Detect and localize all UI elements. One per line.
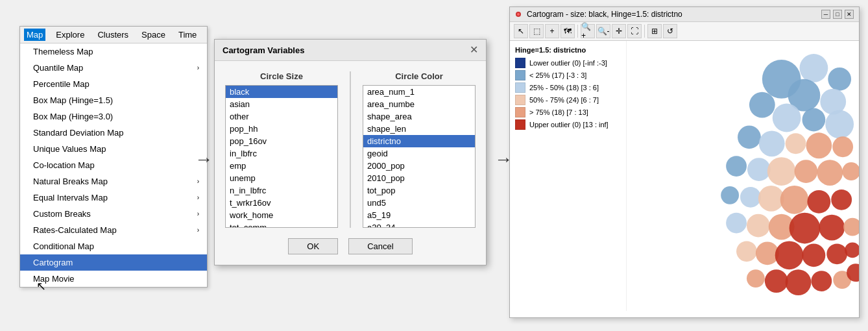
menu-item-equal[interactable]: Equal Intervals Map› [20,190,207,206]
listbox-item-in_lbfrc[interactable]: in_lbfrc [226,147,337,160]
map-content: Hinge=1.5: districtno Lower outlier (0) … [510,41,859,311]
toolbar-zoom-in[interactable]: 🔍+ [581,24,595,38]
menu-item-custom[interactable]: Custom Breaks› [20,206,207,222]
menu-clusters[interactable]: Clusters [95,29,131,41]
map-titlebar: Cartogram - size: black, Hinge=1.5: dist… [510,7,859,22]
svg-point-39 [747,269,765,288]
svg-point-33 [843,218,859,236]
listbox-item-2010_pop[interactable]: 2010_pop [363,172,475,184]
cartogram-dialog: Cartogram Variables ✕ Circle Size black … [214,39,487,265]
listbox-item-t_wrkr16ov[interactable]: t_wrkr16ov [226,197,337,209]
menu-item-unique[interactable]: Unique Values Map [20,141,207,157]
close-button[interactable]: ✕ [845,10,854,19]
menu-item-box15[interactable]: Box Map (Hinge=1.5) [20,92,207,108]
menu-item-natural[interactable]: Natural Breaks Map› [20,173,207,190]
dialog-close-button[interactable]: ✕ [470,45,478,55]
toolbar-map[interactable]: 🗺 [561,24,575,38]
legend-label-3: 50% - 75% (24) [6 : 7] [529,96,599,104]
toolbar-arrow[interactable]: ↖ [514,24,528,38]
svg-point-24 [758,186,784,212]
svg-point-9 [802,108,825,132]
listbox-item-unemp[interactable]: unemp [226,172,337,184]
menu-top-bar: Map Explore Clusters Space Time [20,27,207,43]
listbox-item-shape_area[interactable]: shape_area [363,110,475,123]
menu-item-rates[interactable]: Rates-Calculated Map› [20,222,207,238]
menu-time[interactable]: Time [176,29,199,41]
circle-size-listbox[interactable]: black asian other pop_hh pop_16ov in_lbf… [225,85,338,228]
listbox-item-pop_hh[interactable]: pop_hh [226,123,337,135]
legend-item-4: > 75% (18) [7 : 13] [515,107,621,117]
menu-item-movie[interactable]: Map Movie [20,271,207,287]
svg-point-7 [749,92,775,118]
first-arrow: → [195,149,213,170]
map-legend: Hinge=1.5: districtno Lower outlier (0) … [510,41,627,311]
dialog-buttons: OK Cancel [225,238,476,254]
toolbar-select[interactable]: ⬚ [529,24,544,38]
svg-point-12 [759,130,785,156]
svg-point-13 [786,133,806,154]
listbox-item-tot_comm[interactable]: tot_comm [226,221,337,228]
svg-point-37 [802,243,825,267]
menu-item-cartogram[interactable]: Cartogram [20,254,207,271]
maximize-button[interactable]: □ [833,10,842,19]
listbox-item-a5_19[interactable]: a5_19 [363,209,475,221]
listbox-item-black[interactable]: black [226,86,337,98]
svg-point-14 [806,132,832,158]
legend-label-0: Lower outlier (0) [-inf :-3] [529,59,607,67]
map-title-left: Cartogram - size: black, Hinge=1.5: dist… [515,10,682,19]
listbox-item-emp[interactable]: emp [226,160,337,172]
circle-size-col: Circle Size black asian other pop_hh pop… [225,71,338,228]
toolbar-refresh[interactable]: ↺ [663,24,677,38]
svg-point-42 [811,271,832,291]
menu-item-box30[interactable]: Box Map (Hinge=3.0) [20,108,207,125]
listbox-item-geoid[interactable]: geoid [363,147,475,160]
dialog-title: Cartogram Variables [223,45,304,55]
toolbar-add[interactable]: + [545,24,559,38]
svg-point-19 [795,160,818,183]
listbox-item-und5[interactable]: und5 [363,197,475,209]
legend-item-2: 25% - 50% (18) [3 : 6] [515,82,621,93]
listbox-item-a20_34[interactable]: a20_34 [363,221,475,228]
svg-point-10 [825,110,854,139]
listbox-item-shape_len[interactable]: shape_len [363,123,475,135]
listbox-item-2000_pop[interactable]: 2000_pop [363,160,475,172]
menu-explore[interactable]: Explore [53,29,87,41]
listbox-item-other[interactable]: other [226,110,337,123]
svg-point-18 [767,157,796,186]
toolbar-grid[interactable]: ⊞ [647,24,662,38]
circle-color-label: Circle Color [363,71,476,81]
listbox-item-area_num_1[interactable]: area_num_1 [363,86,475,98]
menu-map[interactable]: Map [24,29,45,41]
listbox-item-work_home[interactable]: work_home [226,209,337,221]
menu-item-stddev[interactable]: Standard Deviation Map [20,125,207,141]
listbox-item-n_in_lbfrc[interactable]: n_in_lbfrc [226,184,337,197]
listbox-item-asian[interactable]: asian [226,98,337,110]
cancel-button[interactable]: Cancel [348,238,412,254]
legend-item-1: < 25% (17) [-3 : 3] [515,70,621,80]
legend-item-5: Upper outlier (0) [13 : inf] [515,119,621,130]
legend-swatch-1 [515,70,525,80]
toolbar-pan[interactable]: ✛ [612,24,626,38]
menu-space[interactable]: Space [139,29,168,41]
menu-item-percentile[interactable]: Percentile Map [20,76,207,92]
menu-item-colocation[interactable]: Co-location Map [20,157,207,173]
toolbar-fullscreen[interactable]: ⛶ [627,24,642,38]
listbox-item-districtno[interactable]: districtno [363,135,475,147]
svg-point-21 [842,162,859,180]
menu-item-themeless[interactable]: Themeless Map [20,43,207,60]
listbox-item-area_numbe[interactable]: area_numbe [363,98,475,110]
minimize-button[interactable]: ─ [821,10,830,19]
svg-point-29 [747,214,770,238]
svg-point-28 [726,213,747,234]
dialog-titlebar: Cartogram Variables ✕ [215,40,486,61]
map-toolbar: ↖ ⬚ + 🗺 🔍+ 🔍- ✛ ⛶ ⊞ ↺ [510,22,859,41]
listbox-item-pop16ov[interactable]: pop_16ov [226,135,337,147]
menu-item-quantile[interactable]: Quantile Map› [20,60,207,76]
svg-point-1 [517,13,520,16]
toolbar-zoom-out[interactable]: 🔍- [596,24,610,38]
listbox-item-tot_pop[interactable]: tot_pop [363,184,475,197]
ok-button[interactable]: OK [288,238,338,254]
menu-item-conditional[interactable]: Conditional Map [20,238,207,254]
circle-size-label: Circle Size [225,71,338,81]
circle-color-listbox[interactable]: area_num_1 area_numbe shape_area shape_l… [363,85,476,228]
